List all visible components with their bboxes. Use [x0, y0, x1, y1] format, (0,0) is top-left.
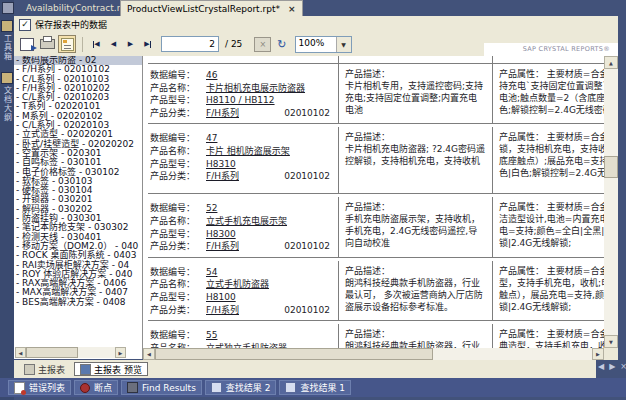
breakpoint-icon	[80, 383, 90, 393]
description-label: 产品描述：	[345, 131, 486, 143]
record-name[interactable]: 立式手机防盗器	[206, 278, 269, 291]
scroll-left-icon[interactable]: ◀	[15, 347, 26, 358]
report-view-tabs: 主报表 主报表 预览	[14, 360, 596, 378]
toolbar-separator	[82, 37, 83, 52]
report-horizontal-scrollbar[interactable]: ◀ ▶	[143, 348, 604, 360]
tab-main-report[interactable]: 主报表	[19, 362, 70, 376]
column-border	[492, 56, 493, 63]
field-label: 数据编号：	[150, 69, 206, 82]
record-name[interactable]: 卡片相机充电展示防盗器	[206, 82, 305, 95]
doc-tab-availabilitycontract[interactable]: AvailabilityContract.rpt	[20, 2, 136, 17]
field-label: 产品分类：	[150, 304, 206, 317]
sidebar-tab-toolbox[interactable]: 工具箱	[0, 20, 14, 61]
record-code: 02010102	[284, 304, 332, 317]
prev-page-icon: ◀	[111, 40, 116, 48]
description-text: 卡片相机充电防盗器; ?2.4G密码遥控解锁，支持相机充电，支持收机	[345, 143, 486, 167]
record-model: H8100	[206, 291, 236, 304]
next-page-button[interactable]: ▶	[123, 37, 138, 52]
record-attributes: 产品属性： 主要材质=合金 锁，支持相机充电，支持收 底座触点）;展品充电=支持…	[492, 127, 604, 193]
record-id[interactable]: 47	[206, 132, 217, 145]
tab-main-report-preview[interactable]: 主报表 预览	[74, 362, 148, 376]
scroll-down-icon[interactable]: ▼	[604, 335, 618, 348]
scroll-left-icon[interactable]: ◀	[143, 348, 155, 360]
export-button[interactable]	[18, 35, 36, 53]
first-page-button[interactable]: ◀	[89, 37, 104, 52]
record-description: 产品描述：卡片相机充电防盗器; ?2.4G密码遥控解锁，支持相机充电，支持收机	[338, 127, 492, 193]
record-attributes: 产品属性： 主要材质=合金 型，支持手机充电，收机;电 触点），展品充电=支持,…	[492, 261, 604, 320]
save-data-row: ✓ 保存报表中的数据	[19, 18, 107, 31]
record-attributes: 产品属性： 主要材质=合金 洁造型设计,电池=内置充电 电=支持;颜色=全白|全…	[492, 197, 604, 256]
doc-tab-productviewlist-active[interactable]: ProductViewListCrystalReport.rpt* ×	[120, 0, 303, 16]
report-record: 数据编号：47 产品名称：卡片 相机防盗展示架 产品型号：H8310 产品分类：…	[148, 127, 604, 194]
report-icon	[24, 364, 35, 375]
field-label: 数据编号：	[150, 329, 206, 342]
field-label: 产品型号：	[150, 228, 206, 241]
last-bar	[150, 41, 151, 48]
record-model: H8310	[206, 158, 236, 171]
zoom-select[interactable]: 100% ▼	[295, 36, 352, 53]
scroll-right-icon[interactable]: ▶	[592, 348, 604, 360]
tree-horizontal-scrollbar[interactable]: ◀ ▶	[15, 347, 126, 358]
export-icon	[20, 38, 34, 51]
refresh-button[interactable]: ↻	[277, 38, 286, 51]
prev-page-button[interactable]: ◀	[106, 37, 121, 52]
field-label: 产品分类：	[150, 170, 206, 183]
vertical-scroll-thumb[interactable]	[604, 156, 618, 178]
tree-scroll-thumb[interactable]	[26, 347, 78, 358]
left-tool-strip: 工具箱 文档大纲	[0, 0, 14, 400]
description-text: 卡片相机专用，支持遥控密码;支持充电;支持固定位置调整;内置充电电池	[345, 80, 486, 116]
panel-error-list[interactable]: 错误列表	[8, 380, 71, 395]
report-record: 数据编号：52 产品名称：立式手机充电展示架 产品型号：H8300 产品分类：F…	[148, 197, 604, 257]
record-id[interactable]: 55	[206, 329, 217, 342]
save-data-checkbox[interactable]: ✓	[19, 19, 31, 31]
field-label: 产品型号：	[150, 291, 206, 304]
toggle-group-tree-button[interactable]	[58, 35, 76, 53]
find-results-icon	[127, 382, 138, 393]
scroll-right-icon[interactable]: ▶	[115, 347, 126, 358]
chevron-down-icon[interactable]: ▼	[336, 37, 351, 52]
close-icon[interactable]: ×	[288, 4, 296, 14]
tab-group-close-icon[interactable]: ×	[620, 362, 626, 371]
report-record: 数据编号：55 产品名称：立式独立手机防盗器 产品描述：朗鸿科技经典款手机防盗器…	[148, 324, 604, 348]
record-code: 02010102	[284, 107, 332, 120]
tree-item[interactable]: BES高端解决方案 - 0408	[14, 298, 142, 307]
record-name[interactable]: 立式手机充电展示架	[206, 215, 287, 228]
tab-scroll-left-icon[interactable]: ◀	[598, 362, 604, 371]
report-vertical-scrollbar[interactable]: ▲ ▼	[604, 56, 618, 348]
scrollbar-corner	[604, 348, 618, 360]
scroll-up-icon[interactable]: ▲	[604, 56, 618, 69]
panel-breakpoints[interactable]: 断点	[74, 380, 118, 395]
next-page-icon: ▶	[128, 40, 133, 48]
window-menu-icon[interactable]	[2, 2, 14, 14]
record-description: 产品描述：朗鸿科技经典款手机防盗器，行业最认可， 多次被运营商纳入厅店防盗展示设…	[338, 261, 492, 320]
panel-search-results-2[interactable]: 查找结果 2	[205, 380, 277, 395]
description-label: 产品描述：	[345, 328, 486, 340]
tab-scroll-right-icon[interactable]: ▶	[609, 362, 615, 371]
panel-search-results-1[interactable]: 查找结果 1	[279, 380, 351, 395]
page-number-input[interactable]	[161, 36, 219, 52]
tree-scroll-track[interactable]	[78, 347, 115, 358]
report-page: 数据编号：46 产品名称：卡片相机充电展示防盗器 产品型号：H8110 / HB…	[143, 56, 604, 348]
stop-loading-button[interactable]: ×	[254, 37, 271, 52]
record-id[interactable]: 54	[206, 266, 217, 279]
record-id[interactable]: 46	[206, 69, 217, 82]
description-label: 产品描述：	[345, 201, 486, 213]
panel-find-results[interactable]: Find Results	[121, 380, 202, 395]
group-tree-panel: 数码展示防盗 - 02 F/H系列 - 02010102 C/L系列 - 020…	[14, 56, 143, 359]
first-page-icon: ◀	[94, 40, 99, 48]
record-name[interactable]: 卡片 相机防盗展示架	[206, 145, 290, 158]
bottom-panel-bar: 错误列表 断点 Find Results 查找结果 2 查找结果 1	[0, 378, 626, 397]
previous-record-fragment	[148, 56, 604, 64]
panel-label: 查找结果 1	[300, 381, 345, 394]
record-fields: 数据编号：47 产品名称：卡片 相机防盗展示架 产品型号：H8310 产品分类：…	[148, 127, 338, 193]
error-list-icon	[14, 382, 25, 394]
record-category: F/H系列	[206, 240, 239, 253]
last-page-button[interactable]: ▶	[140, 37, 155, 52]
sidebar-tab-document-outline[interactable]: 文档大纲	[0, 72, 14, 122]
record-category: F/H系列	[206, 304, 239, 317]
print-button[interactable]	[38, 35, 56, 53]
record-id[interactable]: 52	[206, 202, 217, 215]
document-outline-icon	[1, 72, 13, 84]
horizontal-scroll-thumb[interactable]	[155, 348, 433, 360]
field-label: 数据编号：	[150, 266, 206, 279]
